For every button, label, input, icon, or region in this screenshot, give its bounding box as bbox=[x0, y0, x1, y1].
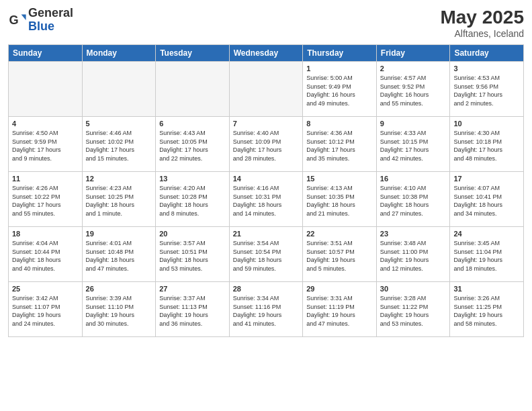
day-number: 6 bbox=[159, 120, 226, 128]
day-cell: 19Sunrise: 4:01 AM Sunset: 10:48 PM Dayl… bbox=[82, 227, 156, 282]
day-number: 5 bbox=[86, 120, 152, 128]
day-number: 7 bbox=[233, 120, 300, 128]
day-number: 15 bbox=[306, 175, 373, 183]
day-info: Sunrise: 3:57 AM Sunset: 10:51 PM Daylig… bbox=[159, 239, 226, 273]
day-cell: 22Sunrise: 3:51 AM Sunset: 10:57 PM Dayl… bbox=[303, 227, 377, 282]
title-block: May 2025 Alftanes, Iceland bbox=[440, 7, 524, 39]
day-cell bbox=[156, 62, 230, 117]
day-cell: 17Sunrise: 4:07 AM Sunset: 10:41 PM Dayl… bbox=[450, 172, 524, 227]
day-number: 13 bbox=[159, 175, 226, 183]
day-info: Sunrise: 4:30 AM Sunset: 10:18 PM Daylig… bbox=[453, 129, 520, 163]
day-info: Sunrise: 3:54 AM Sunset: 10:54 PM Daylig… bbox=[233, 239, 300, 273]
calendar-body: 1Sunrise: 5:00 AM Sunset: 9:49 PM Daylig… bbox=[9, 62, 524, 337]
day-number: 17 bbox=[453, 175, 520, 183]
day-number: 23 bbox=[380, 230, 447, 238]
day-info: Sunrise: 4:10 AM Sunset: 10:38 PM Daylig… bbox=[380, 184, 447, 218]
day-number: 1 bbox=[306, 64, 373, 73]
day-info: Sunrise: 4:26 AM Sunset: 10:22 PM Daylig… bbox=[12, 184, 79, 218]
logo-icon: G bbox=[8, 11, 27, 30]
day-cell: 4Sunrise: 4:50 AM Sunset: 9:59 PM Daylig… bbox=[9, 117, 83, 172]
svg-marker-1 bbox=[21, 14, 26, 19]
day-number: 19 bbox=[86, 230, 152, 238]
day-info: Sunrise: 4:20 AM Sunset: 10:28 PM Daylig… bbox=[159, 184, 226, 218]
day-cell: 9Sunrise: 4:33 AM Sunset: 10:15 PM Dayli… bbox=[376, 117, 450, 172]
day-info: Sunrise: 4:33 AM Sunset: 10:15 PM Daylig… bbox=[380, 129, 447, 163]
day-number: 10 bbox=[453, 120, 520, 128]
day-cell: 16Sunrise: 4:10 AM Sunset: 10:38 PM Dayl… bbox=[376, 172, 450, 227]
col-monday: Monday bbox=[82, 45, 156, 62]
week-row-1: 1Sunrise: 5:00 AM Sunset: 9:49 PM Daylig… bbox=[9, 62, 524, 117]
day-cell: 27Sunrise: 3:37 AM Sunset: 11:13 PM Dayl… bbox=[156, 282, 230, 337]
day-cell: 6Sunrise: 4:43 AM Sunset: 10:05 PM Dayli… bbox=[156, 117, 230, 172]
day-info: Sunrise: 3:45 AM Sunset: 11:04 PM Daylig… bbox=[453, 239, 520, 273]
day-info: Sunrise: 4:46 AM Sunset: 10:02 PM Daylig… bbox=[86, 129, 152, 163]
day-info: Sunrise: 3:31 AM Sunset: 11:19 PM Daylig… bbox=[306, 294, 373, 328]
day-info: Sunrise: 4:57 AM Sunset: 9:52 PM Dayligh… bbox=[380, 74, 447, 107]
col-wednesday: Wednesday bbox=[229, 45, 303, 62]
day-number: 21 bbox=[233, 230, 300, 238]
day-cell: 31Sunrise: 3:26 AM Sunset: 11:25 PM Dayl… bbox=[450, 282, 524, 337]
day-number: 28 bbox=[233, 285, 300, 293]
day-info: Sunrise: 3:42 AM Sunset: 11:07 PM Daylig… bbox=[12, 294, 79, 328]
day-number: 20 bbox=[159, 230, 226, 238]
col-tuesday: Tuesday bbox=[156, 45, 230, 62]
col-saturday: Saturday bbox=[450, 45, 524, 62]
day-cell: 8Sunrise: 4:36 AM Sunset: 10:12 PM Dayli… bbox=[303, 117, 377, 172]
day-number: 30 bbox=[380, 285, 447, 293]
day-cell: 20Sunrise: 3:57 AM Sunset: 10:51 PM Dayl… bbox=[156, 227, 230, 282]
day-cell: 30Sunrise: 3:28 AM Sunset: 11:22 PM Dayl… bbox=[376, 282, 450, 337]
day-info: Sunrise: 3:51 AM Sunset: 10:57 PM Daylig… bbox=[306, 239, 373, 273]
day-info: Sunrise: 3:34 AM Sunset: 11:16 PM Daylig… bbox=[233, 294, 300, 328]
day-number: 25 bbox=[12, 285, 79, 293]
day-cell bbox=[229, 62, 303, 117]
day-number: 24 bbox=[453, 230, 520, 238]
day-number: 16 bbox=[380, 175, 447, 183]
day-info: Sunrise: 4:53 AM Sunset: 9:56 PM Dayligh… bbox=[453, 74, 520, 107]
day-cell: 10Sunrise: 4:30 AM Sunset: 10:18 PM Dayl… bbox=[450, 117, 524, 172]
col-thursday: Thursday bbox=[303, 45, 377, 62]
day-cell: 3Sunrise: 4:53 AM Sunset: 9:56 PM Daylig… bbox=[450, 62, 524, 117]
day-cell: 28Sunrise: 3:34 AM Sunset: 11:16 PM Dayl… bbox=[229, 282, 303, 337]
day-info: Sunrise: 3:28 AM Sunset: 11:22 PM Daylig… bbox=[380, 294, 447, 328]
day-info: Sunrise: 4:36 AM Sunset: 10:12 PM Daylig… bbox=[306, 129, 373, 163]
day-info: Sunrise: 3:39 AM Sunset: 11:10 PM Daylig… bbox=[86, 294, 152, 328]
logo: G General Blue bbox=[8, 7, 73, 34]
logo-general: General bbox=[28, 7, 73, 20]
day-cell: 1Sunrise: 5:00 AM Sunset: 9:49 PM Daylig… bbox=[303, 62, 377, 117]
day-number: 22 bbox=[306, 230, 373, 238]
day-info: Sunrise: 3:26 AM Sunset: 11:25 PM Daylig… bbox=[453, 294, 520, 328]
day-number: 9 bbox=[380, 120, 447, 128]
week-row-4: 18Sunrise: 4:04 AM Sunset: 10:44 PM Dayl… bbox=[9, 227, 524, 282]
day-cell: 12Sunrise: 4:23 AM Sunset: 10:25 PM Dayl… bbox=[82, 172, 156, 227]
day-number: 3 bbox=[453, 64, 520, 73]
day-cell: 21Sunrise: 3:54 AM Sunset: 10:54 PM Dayl… bbox=[229, 227, 303, 282]
day-info: Sunrise: 4:50 AM Sunset: 9:59 PM Dayligh… bbox=[12, 129, 79, 163]
day-info: Sunrise: 4:01 AM Sunset: 10:48 PM Daylig… bbox=[86, 239, 152, 273]
week-row-2: 4Sunrise: 4:50 AM Sunset: 9:59 PM Daylig… bbox=[9, 117, 524, 172]
day-number: 29 bbox=[306, 285, 373, 293]
day-info: Sunrise: 4:40 AM Sunset: 10:09 PM Daylig… bbox=[233, 129, 300, 163]
logo-text: General Blue bbox=[28, 7, 73, 34]
week-row-5: 25Sunrise: 3:42 AM Sunset: 11:07 PM Dayl… bbox=[9, 282, 524, 337]
location: Alftanes, Iceland bbox=[440, 28, 524, 39]
day-number: 2 bbox=[380, 64, 447, 73]
day-number: 8 bbox=[306, 120, 373, 128]
day-info: Sunrise: 4:43 AM Sunset: 10:05 PM Daylig… bbox=[159, 129, 226, 163]
page-container: G General Blue May 2025 Alftanes, Icelan… bbox=[0, 0, 532, 342]
day-info: Sunrise: 5:00 AM Sunset: 9:49 PM Dayligh… bbox=[306, 74, 373, 107]
day-cell: 18Sunrise: 4:04 AM Sunset: 10:44 PM Dayl… bbox=[9, 227, 83, 282]
day-cell: 29Sunrise: 3:31 AM Sunset: 11:19 PM Dayl… bbox=[303, 282, 377, 337]
day-cell: 23Sunrise: 3:48 AM Sunset: 11:00 PM Dayl… bbox=[376, 227, 450, 282]
day-cell: 5Sunrise: 4:46 AM Sunset: 10:02 PM Dayli… bbox=[82, 117, 156, 172]
day-cell: 14Sunrise: 4:16 AM Sunset: 10:31 PM Dayl… bbox=[229, 172, 303, 227]
day-number: 26 bbox=[86, 285, 152, 293]
week-row-3: 11Sunrise: 4:26 AM Sunset: 10:22 PM Dayl… bbox=[9, 172, 524, 227]
day-cell: 13Sunrise: 4:20 AM Sunset: 10:28 PM Dayl… bbox=[156, 172, 230, 227]
day-cell bbox=[82, 62, 156, 117]
day-number: 31 bbox=[453, 285, 520, 293]
calendar-table: Sunday Monday Tuesday Wednesday Thursday… bbox=[8, 44, 524, 337]
day-cell: 11Sunrise: 4:26 AM Sunset: 10:22 PM Dayl… bbox=[9, 172, 83, 227]
header: G General Blue May 2025 Alftanes, Icelan… bbox=[8, 7, 524, 39]
day-cell: 26Sunrise: 3:39 AM Sunset: 11:10 PM Dayl… bbox=[82, 282, 156, 337]
svg-text:G: G bbox=[9, 13, 18, 26]
